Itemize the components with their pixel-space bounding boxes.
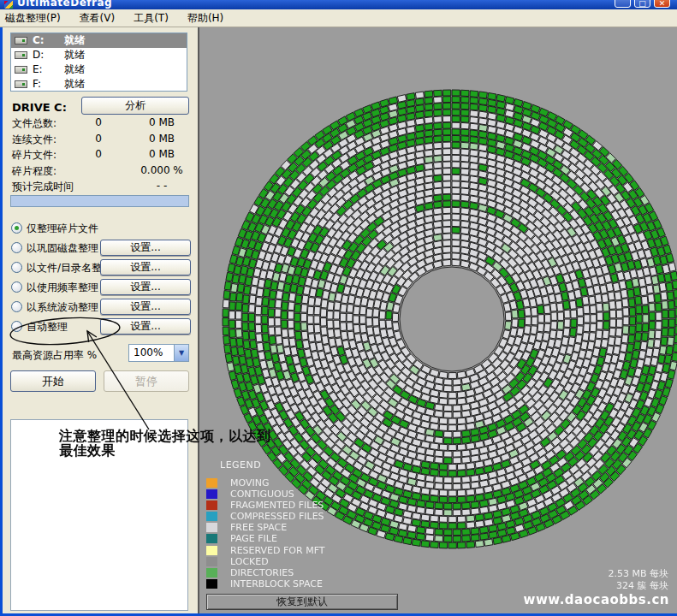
drive-row[interactable]: C:就绪: [11, 33, 187, 48]
control-panel: C:就绪D:就绪E:就绪F:就绪 DRIVE C: 分析 文件总数:00 MB连…: [3, 25, 195, 613]
drive-name: C:: [33, 33, 45, 48]
legend-swatch-icon: [206, 512, 217, 521]
stat-label: 预计完成时间: [12, 180, 74, 194]
method-row: 以文件/目录名整理设置...: [3, 259, 195, 279]
legend-swatch-icon: [206, 500, 217, 510]
stat-count: 0: [76, 133, 102, 145]
method-row: 仅整理碎片文件: [3, 220, 195, 240]
legend-swatch-icon: [206, 478, 217, 488]
settings-button[interactable]: 设置...: [100, 279, 191, 295]
legend-swatch-icon: [206, 579, 217, 589]
annotation-line2: 最佳效果: [59, 443, 271, 458]
chevron-down-icon[interactable]: ▼: [174, 345, 188, 361]
start-button[interactable]: 开始: [10, 370, 96, 392]
drive-name: E:: [33, 62, 43, 77]
annotation-text: 注意整理的时候选择这项，以达到 最佳效果: [59, 429, 271, 458]
legend-label: MOVING: [230, 477, 269, 489]
drive-status: 就绪: [64, 33, 85, 48]
stat-label: 碎片文件:: [12, 148, 56, 163]
pause-button: 暂停: [104, 370, 189, 392]
method-row: 自动整理设置...: [3, 318, 195, 338]
drive-status: 就绪: [64, 62, 85, 77]
drive-icon: [15, 51, 27, 59]
resource-usage-value: 100%: [134, 346, 163, 358]
stat-size: 0 MB: [132, 148, 192, 160]
drive-name: D:: [33, 48, 44, 62]
stat-size: 0 MB: [132, 133, 192, 145]
legend-swatch-icon: [206, 489, 217, 499]
radio-button[interactable]: [11, 222, 22, 234]
progress-bar: [10, 195, 189, 207]
method-label: 仅整理碎片文件: [27, 222, 98, 236]
stat-count: 0: [76, 148, 102, 160]
defrag-method-options: 仅整理碎片文件以巩固磁盘整理设置...以文件/目录名整理设置...以使用频率整理…: [3, 220, 195, 338]
app-icon: [4, 1, 13, 9]
legend-swatch-icon: [206, 546, 217, 555]
drive-label: DRIVE C:: [12, 101, 67, 114]
menu-bar: 磁盘整理(P)查看(V)工具(T)帮助(H): [0, 9, 677, 27]
menu-item-0[interactable]: 磁盘整理(P): [5, 11, 61, 26]
radio-button[interactable]: [11, 301, 22, 312]
stat-size: - -: [132, 180, 192, 192]
stat-label: 碎片程度:: [12, 164, 56, 179]
stat-row: 碎片程度:0.000 %: [12, 164, 189, 181]
settings-button[interactable]: 设置...: [100, 318, 191, 335]
legend-label: LOCKED: [230, 556, 269, 567]
legend-label: RESERVED FOR MFT: [230, 545, 324, 556]
menu-item-3[interactable]: 帮助(H): [187, 11, 223, 26]
legend-label: DIRECTORIES: [230, 567, 294, 578]
legend-swatch-icon: [206, 568, 217, 578]
drive-row[interactable]: F:就绪: [11, 77, 187, 92]
settings-button[interactable]: 设置...: [100, 259, 191, 275]
stat-row: 连续文件:00 MB: [12, 133, 189, 149]
legend-label: INTERBLOCK SPACE: [230, 578, 323, 589]
drive-stats: 文件总数:00 MB连续文件:00 MB碎片文件:00 MB碎片程度:0.000…: [12, 116, 189, 196]
legend-label: PAGE FILE: [230, 533, 277, 544]
stat-size: 0 MB: [132, 116, 192, 128]
method-label: 自动整理: [27, 320, 68, 335]
analyze-button[interactable]: 分析: [81, 97, 189, 115]
annotation-line1: 注意整理的时候选择这项，以达到: [59, 429, 271, 443]
menu-item-1[interactable]: 查看(V): [80, 11, 116, 26]
settings-button[interactable]: 设置...: [100, 299, 191, 315]
method-row: 以巩固磁盘整理设置...: [3, 240, 195, 259]
window-title: UltimateDefrag: [17, 0, 112, 9]
resource-usage-combobox[interactable]: 100% ▼: [128, 344, 189, 362]
close-icon[interactable]: ✕: [654, 0, 670, 8]
stat-label: 文件总数:: [12, 116, 56, 131]
method-label: 以系统波动整理: [27, 300, 98, 315]
menu-item-2[interactable]: 工具(T): [134, 11, 169, 26]
legend-label: FRAGMENTED FILES: [230, 500, 324, 511]
radio-button[interactable]: [11, 281, 22, 293]
drive-name: F:: [33, 77, 41, 92]
legend-label: CONTIGUOUS: [230, 489, 294, 500]
radio-button[interactable]: [11, 262, 22, 273]
method-label: 以巩固磁盘整理: [27, 241, 98, 256]
maximize-icon[interactable]: □: [634, 0, 650, 8]
drive-row[interactable]: E:就绪: [11, 62, 187, 77]
legend-swatch-icon: [206, 534, 217, 543]
stat-row: 文件总数:00 MB: [12, 116, 189, 133]
minimize-icon[interactable]: _: [615, 0, 631, 8]
method-row: 以系统波动整理设置...: [3, 299, 195, 318]
app-window: UltimateDefrag _ □ ✕ 磁盘整理(P)查看(V)工具(T)帮助…: [0, 0, 677, 616]
radio-button[interactable]: [11, 242, 22, 253]
title-bar: UltimateDefrag _ □ ✕: [0, 0, 677, 9]
drive-row[interactable]: D:就绪: [11, 48, 187, 62]
radio-button[interactable]: [11, 321, 22, 332]
disk-map-panel: LEGEND MOVINGCONTIGUOUSFRAGMENTED FILESC…: [198, 25, 677, 613]
drive-icon: [15, 37, 27, 44]
stat-row: 碎片文件:00 MB: [12, 148, 189, 164]
drive-status: 就绪: [64, 77, 85, 92]
website-watermark: www.daocaobbs.cn: [524, 592, 669, 607]
restore-default-button[interactable]: 恢复到默认: [206, 594, 398, 610]
stat-row: 预计完成时间- -: [12, 180, 189, 196]
stat-label: 连续文件:: [12, 133, 56, 147]
settings-button[interactable]: 设置...: [100, 240, 191, 256]
legend-swatch-icon: [206, 523, 217, 532]
drive-icon: [15, 66, 27, 74]
method-label: 以使用频率整理: [27, 281, 98, 295]
stat-count: 0: [76, 116, 102, 128]
stat-size: 0.000 %: [132, 164, 192, 176]
method-row: 以使用频率整理设置...: [3, 279, 195, 299]
